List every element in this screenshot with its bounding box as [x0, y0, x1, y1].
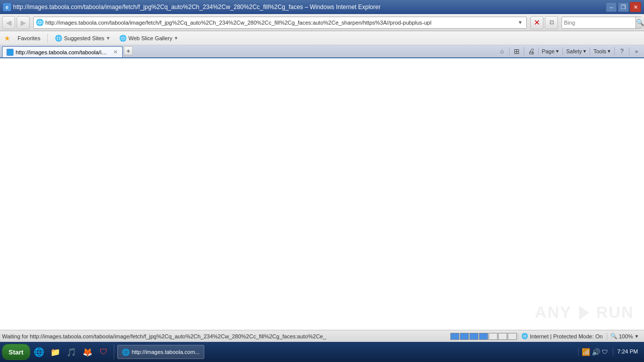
- address-bar-container: 🌐 ▼: [33, 17, 527, 29]
- system-clock[interactable]: 7:24 PM: [613, 348, 642, 355]
- title-text: http://images.taboola.com/taboola/image/…: [13, 4, 380, 11]
- progress-segment-7: [508, 333, 517, 340]
- print-icon[interactable]: 🖨: [526, 46, 537, 56]
- favorites-bar: ★ Favorites 🌐 Suggested Sites ▼ 🌐 Web Sl…: [0, 31, 644, 45]
- tools-button[interactable]: Tools ▼: [592, 48, 613, 54]
- favorites-label: Favorites: [18, 35, 40, 41]
- tools-arrow-icon: ▼: [607, 49, 611, 54]
- tab-list: 🌐 http://images.taboola.com/taboola/imag…: [0, 46, 495, 57]
- address-input[interactable]: [45, 20, 516, 26]
- page-button[interactable]: Page ▼: [540, 48, 561, 54]
- forward-button[interactable]: ▶: [17, 16, 30, 29]
- taskbar-folder-shortcut[interactable]: 📁: [48, 345, 62, 359]
- cmd-separator-3: [538, 47, 539, 55]
- compat-view-button[interactable]: ⊡: [545, 16, 558, 29]
- command-bar-right: ⌂ ⊞ 🖨 Page ▼ Safety ▼ Tools ▼ ? »: [495, 45, 644, 57]
- help-icon[interactable]: ?: [616, 46, 627, 56]
- search-container: 🔍: [561, 17, 642, 29]
- suggested-sites-button[interactable]: 🌐 Suggested Sites ▼: [52, 34, 113, 43]
- watermark-run-text: RUN: [596, 303, 634, 322]
- web-slice-gallery-button[interactable]: 🌐 Web Slice Gallery ▼: [116, 34, 181, 43]
- close-button[interactable]: ✕: [630, 2, 641, 12]
- anyrun-logo-icon: [575, 304, 593, 322]
- feeds-icon[interactable]: ⊞: [511, 46, 522, 56]
- progress-segment-2: [460, 333, 469, 340]
- cmd-separator-4: [562, 47, 563, 55]
- nav-bar: ◀ ▶ 🌐 ▼ ✕ ⊡ 🔍: [0, 14, 644, 31]
- internet-globe-icon: 🌐: [521, 333, 528, 339]
- favorites-separator: [47, 34, 48, 43]
- taskbar-separator: [114, 344, 114, 359]
- clock-time: 7:24 PM: [617, 348, 638, 355]
- tabs-and-cmd-bar: 🌐 http://images.taboola.com/taboola/imag…: [0, 45, 644, 58]
- cmd-separator-6: [614, 47, 615, 55]
- tray-security-icon[interactable]: 🛡: [602, 348, 608, 355]
- internet-status-text: Internet | Protected Mode: On: [530, 333, 603, 339]
- progress-segment-6: [498, 333, 507, 340]
- search-input[interactable]: [562, 20, 635, 26]
- zoom-level-text: 100%: [619, 333, 633, 339]
- home-icon[interactable]: ⌂: [497, 46, 508, 56]
- progress-bar: [450, 333, 517, 340]
- progress-segment-1: [450, 333, 459, 340]
- start-button-label: Start: [9, 348, 24, 356]
- taskbar-right: 📶 🔊 🛡 7:24 PM: [578, 348, 642, 356]
- cmd-separator-2: [524, 47, 524, 55]
- suggested-sites-arrow: ▼: [106, 36, 110, 41]
- web-slice-gallery-label: Web Slice Gallery: [128, 35, 172, 41]
- taskbar: Start 🌐 📁 🎵 🦊 🛡 🌐 http://images.taboola.…: [0, 342, 644, 362]
- web-slice-gallery-arrow: ▼: [174, 36, 179, 41]
- address-globe-icon: 🌐: [36, 19, 44, 26]
- expand-icon[interactable]: »: [631, 46, 642, 56]
- back-button[interactable]: ◀: [2, 16, 15, 29]
- taskbar-ie-window-label: http://images.taboola.com...: [132, 349, 200, 355]
- taskbar-ie-window-favicon: 🌐: [122, 348, 130, 356]
- taskbar-security-shortcut[interactable]: 🛡: [97, 345, 111, 359]
- title-bar: e http://images.taboola.com/taboola/imag…: [0, 0, 644, 14]
- progress-segment-4: [479, 333, 488, 340]
- status-bar: Waiting for http://images.taboola.com/ta…: [0, 330, 644, 342]
- web-slice-gallery-icon: 🌐: [119, 35, 127, 42]
- status-text: Waiting for http://images.taboola.com/ta…: [2, 333, 449, 339]
- minimize-button[interactable]: –: [606, 2, 617, 12]
- internet-status: 🌐 Internet | Protected Mode: On: [518, 333, 606, 339]
- cmd-separator-1: [509, 47, 510, 55]
- restore-button[interactable]: ❐: [618, 2, 629, 12]
- start-button[interactable]: Start: [2, 344, 30, 360]
- taskbar-ie-window-button[interactable]: 🌐 http://images.taboola.com...: [117, 345, 204, 359]
- page-content-area: [0, 58, 644, 330]
- taskbar-firefox-shortcut[interactable]: 🦊: [80, 345, 95, 359]
- zoom-icon: 🔍: [610, 333, 617, 339]
- svg-marker-0: [579, 306, 589, 320]
- progress-segment-5: [489, 333, 498, 340]
- tab-active[interactable]: 🌐 http://images.taboola.com/taboola/imag…: [2, 46, 123, 57]
- stop-button[interactable]: ✕: [530, 16, 543, 29]
- page-arrow-icon: ▼: [555, 49, 559, 54]
- tab-label: http://images.taboola.com/taboola/image/…: [16, 49, 109, 55]
- safety-arrow-icon: ▼: [582, 49, 587, 54]
- title-bar-left: e http://images.taboola.com/taboola/imag…: [3, 3, 380, 11]
- browser-icon: e: [3, 3, 11, 11]
- cmd-separator-5: [590, 47, 590, 55]
- anyrun-watermark: ANY RUN: [535, 303, 634, 322]
- tray-volume-icon[interactable]: 🔊: [592, 348, 600, 356]
- search-button[interactable]: 🔍: [635, 17, 644, 28]
- safety-button[interactable]: Safety ▼: [565, 48, 588, 54]
- tab-close-button[interactable]: ✕: [113, 49, 118, 55]
- suggested-sites-label: Suggested Sites: [64, 35, 104, 41]
- favorites-star-icon: ★: [4, 34, 11, 42]
- new-tab-button[interactable]: +: [124, 46, 133, 55]
- system-tray: 📶 🔊 🛡: [578, 348, 611, 356]
- tab-favicon: 🌐: [7, 49, 14, 56]
- taskbar-media-shortcut[interactable]: 🎵: [64, 345, 78, 359]
- watermark-any-text: ANY: [535, 303, 572, 322]
- zoom-indicator[interactable]: 🔍 100% ▼: [607, 333, 642, 339]
- progress-segment-3: [469, 333, 478, 340]
- taskbar-ie-shortcut[interactable]: 🌐: [32, 345, 46, 359]
- cmd-separator-7: [629, 47, 629, 55]
- zoom-arrow-icon: ▼: [634, 334, 639, 339]
- favorites-button[interactable]: Favorites: [15, 34, 43, 42]
- address-dropdown-arrow[interactable]: ▼: [516, 19, 524, 27]
- tray-network-icon[interactable]: 📶: [582, 348, 590, 356]
- title-bar-controls: – ❐ ✕: [606, 2, 641, 12]
